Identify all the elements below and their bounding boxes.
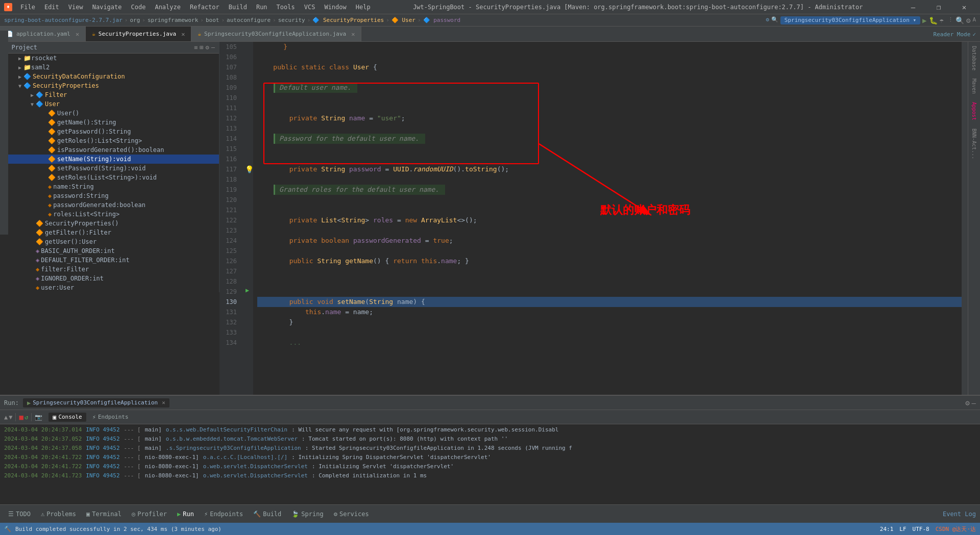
menu-window[interactable]: Window	[320, 3, 350, 12]
translate-button[interactable]: A	[972, 16, 976, 24]
code-view[interactable]: 105 106 107 108 109 110 111 112 113 114 …	[219, 42, 968, 395]
tree-item-rsocket[interactable]: ▶ 📁 rsocket	[0, 54, 219, 63]
tree-item-default-filter[interactable]: ◈ DEFAULT_FILTER_ORDER:int	[0, 256, 219, 265]
tree-item-user-constructor[interactable]: 🔶 User()	[0, 109, 219, 118]
nav-problems[interactable]: ⚠ Problems	[37, 509, 80, 519]
tree-item-getpassword[interactable]: 🔶 getPassword():String	[0, 127, 219, 136]
tree-item-setname[interactable]: 🔶 setName(String):void	[0, 155, 219, 164]
menu-tools[interactable]: Tools	[273, 3, 299, 12]
menu-build[interactable]: Build	[225, 3, 251, 12]
maximize-button[interactable]: ❐	[927, 0, 950, 14]
scroll-up-btn[interactable]: ▲	[4, 414, 8, 421]
minimize-button[interactable]: —	[901, 0, 925, 14]
tab-close-yaml[interactable]: ✕	[76, 31, 79, 38]
tree-item-secprops-constructor[interactable]: 🔶 SecurityProperties()	[0, 219, 219, 228]
right-icon-bnn[interactable]: BNN-Act...	[971, 129, 977, 159]
tab-close-app[interactable]: ✕	[351, 31, 355, 38]
run-button[interactable]: ▶	[922, 16, 926, 24]
console-tab[interactable]: ▣ Console	[48, 413, 86, 422]
reader-mode-toggle[interactable]: Reader Mode ✓	[934, 31, 976, 37]
tree-item-getroles[interactable]: 🔶 getRoles():List<String>	[0, 136, 219, 145]
breadcrumb-item-springframework[interactable]: springframework	[148, 17, 198, 23]
run-config-close[interactable]: ✕	[162, 399, 165, 406]
tree-item-basic-auth[interactable]: ◈ BASIC_AUTH_ORDER:int	[0, 246, 219, 256]
bulb-icon-117[interactable]: 💡	[245, 164, 254, 174]
console-log[interactable]: 2024-03-04 20:24:37.014 INFO 49452 --- […	[0, 424, 980, 504]
menu-run[interactable]: Run	[252, 3, 272, 12]
screenshot-btn[interactable]: 📷	[35, 414, 42, 421]
sidebar-icon-4[interactable]: —	[211, 44, 215, 51]
sidebar-icon-2[interactable]: ⊞	[200, 44, 203, 51]
nav-build[interactable]: 🔨 Build	[249, 509, 285, 519]
tree-item-ispassword[interactable]: 🔶 isPasswordGenerated():boolean	[0, 145, 219, 155]
tree-item-setpassword[interactable]: 🔶 setPassword(String):void	[0, 164, 219, 173]
run-panel-settings[interactable]: ⚙	[965, 399, 969, 407]
run-config-badge[interactable]: Springsecurity03ConfigfileApplication ▾	[780, 16, 920, 24]
settings-button[interactable]: ⚙	[966, 16, 970, 24]
close-button[interactable]: ✕	[952, 0, 976, 14]
sidebar-icon-3[interactable]: ⚙	[206, 44, 209, 51]
breadcrumb-item-boot[interactable]: boot	[206, 17, 219, 23]
tree-item-saml2[interactable]: ▶ 📁 saml2	[0, 63, 219, 72]
tree-item-field-pwgen[interactable]: ◆ passwordGenerated:boolean	[0, 200, 219, 210]
nav-todo[interactable]: ☰ TODO	[4, 509, 35, 519]
breadcrumb-item-autoconfigure[interactable]: autoconfigure	[227, 17, 271, 23]
tree-item-field-roles[interactable]: ◆ roles:List<String>	[0, 210, 219, 219]
tab-close-security[interactable]: ✕	[181, 31, 185, 38]
tab-springsecurity-app[interactable]: ☕ Springsecurity03ConfigfileApplication.…	[191, 27, 361, 41]
tree-item-getname[interactable]: 🔶 getName():String	[0, 118, 219, 127]
nav-profiler[interactable]: ◎ Profiler	[128, 509, 171, 519]
breadcrumb-item-securityproperties[interactable]: 🔷 SecurityProperties	[312, 17, 384, 23]
more-button[interactable]: ⋮	[948, 16, 953, 24]
tree-item-securitydata[interactable]: ▶ 🔷 SecurityDataConfiguration	[0, 72, 219, 81]
tree-item-ignored-order[interactable]: ◈ IGNORED_ORDER:int	[0, 274, 219, 283]
right-icon-database[interactable]: Database	[971, 46, 977, 70]
tree-item-securityprops[interactable]: ▼ 🔷 SecurityProperties	[0, 81, 219, 90]
nav-services[interactable]: ⚙ Services	[330, 509, 373, 519]
menu-refactor[interactable]: Refactor	[186, 3, 224, 12]
breadcrumb-item-org[interactable]: org	[130, 17, 140, 23]
nav-run[interactable]: ▶ Run	[173, 509, 198, 519]
restart-btn[interactable]: ↺	[24, 414, 28, 421]
tree-item-user[interactable]: ▼ 🔷 User	[0, 99, 219, 109]
nav-terminal[interactable]: ▣ Terminal	[82, 509, 126, 519]
breadcrumb-item-password[interactable]: 🔷 password	[423, 17, 461, 23]
tab-security-properties[interactable]: ☕ SecurityProperties.java ✕	[86, 27, 191, 41]
tree-item-setroles[interactable]: 🔶 setRoles(List<String>):void	[0, 173, 219, 182]
endpoints-tab[interactable]: ⚡ Endpoints	[88, 413, 133, 422]
editor-scrollbar[interactable]	[962, 42, 968, 395]
sidebar-icon-1[interactable]: ≡	[194, 44, 198, 51]
right-icon-appost[interactable]: Appost	[971, 102, 977, 120]
menu-file[interactable]: File	[16, 3, 39, 12]
run-panel-minimize[interactable]: —	[972, 399, 976, 407]
event-log-link[interactable]: Event Log	[943, 511, 976, 518]
breadcrumb-item-user[interactable]: 🔶 User	[391, 17, 415, 23]
debug-button[interactable]: 🐛	[929, 16, 938, 24]
run-config-tab[interactable]: ▶ Springsecurity03ConfigfileApplication …	[23, 398, 169, 407]
menu-help[interactable]: Help	[352, 3, 375, 12]
menu-navigate[interactable]: Navigate	[88, 3, 126, 12]
menu-vcs[interactable]: VCS	[300, 3, 320, 12]
scroll-down-btn[interactable]: ▼	[9, 414, 12, 421]
nav-endpoints[interactable]: ⚡ Endpoints	[200, 509, 247, 519]
menu-code[interactable]: Code	[127, 3, 150, 12]
nav-spring[interactable]: 🍃 Spring	[287, 509, 327, 519]
tree-item-getuser[interactable]: 🔶 getUser():User	[0, 237, 219, 246]
breadcrumb-item-security[interactable]: security	[278, 17, 305, 23]
tab-application-yaml[interactable]: 📄 application.yaml ✕	[0, 27, 86, 41]
right-icon-maven[interactable]: Maven	[971, 79, 977, 94]
breadcrumb-item-jar[interactable]: spring-boot-autoconfigure-2.7.7.jar	[4, 17, 122, 23]
menu-analyze[interactable]: Analyze	[151, 3, 185, 12]
tree-item-user-field[interactable]: ◆ user:User	[0, 283, 219, 292]
tree-item-field-name[interactable]: ◆ name:String	[0, 182, 219, 191]
breadcrumb-action-1[interactable]: ⚙	[766, 16, 769, 24]
search-button[interactable]: 🔍	[955, 16, 964, 24]
breadcrumb-action-2[interactable]: 🔍	[771, 16, 778, 24]
tree-item-getfilter[interactable]: 🔶 getFilter():Filter	[0, 228, 219, 237]
tree-item-filter-field[interactable]: ◆ filter:Filter	[0, 265, 219, 274]
coverage-button[interactable]: ☂	[940, 16, 944, 24]
menu-view[interactable]: View	[64, 3, 87, 12]
tree-item-field-password[interactable]: ◆ password:String	[0, 191, 219, 200]
stop-btn[interactable]: ■	[19, 413, 23, 421]
tree-item-filter[interactable]: ▶ 🔷 Filter	[0, 90, 219, 99]
